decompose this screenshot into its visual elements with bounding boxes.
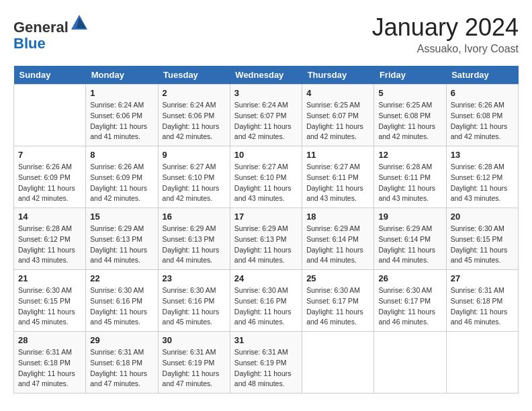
logo-blue-text: Blue	[13, 36, 89, 52]
logo-blue-label: Blue	[13, 35, 46, 52]
calendar-cell: 29Sunrise: 6:31 AMSunset: 6:18 PMDayligh…	[86, 332, 158, 394]
calendar-cell: 4Sunrise: 6:25 AMSunset: 6:07 PMDaylight…	[302, 85, 374, 146]
day-number: 22	[90, 273, 153, 283]
day-number: 15	[90, 212, 153, 222]
calendar-cell: 10Sunrise: 6:27 AMSunset: 6:10 PMDayligh…	[230, 146, 302, 208]
day-detail: Sunrise: 6:31 AMSunset: 6:18 PMDaylight:…	[451, 285, 514, 328]
day-detail: Sunrise: 6:29 AMSunset: 6:13 PMDaylight:…	[234, 224, 298, 266]
day-detail: Sunrise: 6:24 AMSunset: 6:06 PMDaylight:…	[90, 100, 153, 142]
day-number: 10	[234, 150, 298, 160]
calendar-cell	[374, 332, 446, 394]
day-header-sunday: Sunday	[14, 66, 86, 85]
calendar-header-row: SundayMondayTuesdayWednesdayThursdayFrid…	[14, 66, 519, 85]
calendar-cell: 9Sunrise: 6:27 AMSunset: 6:10 PMDaylight…	[158, 146, 230, 208]
day-number: 9	[163, 150, 226, 160]
calendar-cell	[14, 85, 86, 146]
calendar-subtitle: Assuako, Ivory Coast	[372, 43, 519, 55]
day-detail: Sunrise: 6:30 AMSunset: 6:15 PMDaylight:…	[18, 285, 81, 328]
day-header-thursday: Thursday	[302, 66, 374, 85]
calendar-cell: 8Sunrise: 6:26 AMSunset: 6:09 PMDaylight…	[86, 146, 158, 208]
calendar-cell: 24Sunrise: 6:30 AMSunset: 6:16 PMDayligh…	[230, 270, 302, 332]
calendar-table: SundayMondayTuesdayWednesdayThursdayFrid…	[13, 66, 519, 394]
day-detail: Sunrise: 6:30 AMSunset: 6:16 PMDaylight:…	[90, 285, 153, 328]
day-header-friday: Friday	[374, 66, 446, 85]
calendar-week-5: 28Sunrise: 6:31 AMSunset: 6:18 PMDayligh…	[14, 332, 519, 394]
calendar-title: January 2024	[372, 13, 519, 42]
logo-text: General	[13, 13, 89, 36]
calendar-cell: 11Sunrise: 6:27 AMSunset: 6:11 PMDayligh…	[302, 146, 374, 208]
day-number: 19	[378, 212, 441, 222]
day-number: 13	[451, 150, 514, 160]
day-detail: Sunrise: 6:27 AMSunset: 6:10 PMDaylight:…	[163, 162, 226, 204]
calendar-cell	[446, 332, 518, 394]
logo-icon	[70, 13, 89, 32]
title-block: January 2024 Assuako, Ivory Coast	[372, 13, 519, 55]
calendar-cell: 2Sunrise: 6:24 AMSunset: 6:06 PMDaylight…	[158, 85, 230, 146]
calendar-cell: 15Sunrise: 6:29 AMSunset: 6:13 PMDayligh…	[86, 208, 158, 270]
calendar-cell: 13Sunrise: 6:28 AMSunset: 6:12 PMDayligh…	[446, 146, 518, 208]
day-number: 24	[234, 273, 298, 283]
calendar-week-1: 1Sunrise: 6:24 AMSunset: 6:06 PMDaylight…	[14, 85, 519, 146]
day-detail: Sunrise: 6:25 AMSunset: 6:07 PMDaylight:…	[306, 100, 369, 142]
calendar-body: 1Sunrise: 6:24 AMSunset: 6:06 PMDaylight…	[14, 85, 519, 394]
day-number: 16	[163, 212, 226, 222]
day-detail: Sunrise: 6:30 AMSunset: 6:16 PMDaylight:…	[163, 285, 226, 328]
day-number: 1	[90, 88, 153, 98]
day-detail: Sunrise: 6:28 AMSunset: 6:12 PMDaylight:…	[18, 224, 81, 266]
day-detail: Sunrise: 6:25 AMSunset: 6:08 PMDaylight:…	[378, 100, 441, 142]
calendar-cell: 22Sunrise: 6:30 AMSunset: 6:16 PMDayligh…	[86, 270, 158, 332]
calendar-cell: 12Sunrise: 6:28 AMSunset: 6:11 PMDayligh…	[374, 146, 446, 208]
day-number: 11	[306, 150, 369, 160]
calendar-cell: 16Sunrise: 6:29 AMSunset: 6:13 PMDayligh…	[158, 208, 230, 270]
day-number: 17	[234, 212, 298, 222]
day-detail: Sunrise: 6:31 AMSunset: 6:18 PMDaylight:…	[18, 347, 81, 390]
calendar-cell: 3Sunrise: 6:24 AMSunset: 6:07 PMDaylight…	[230, 85, 302, 146]
calendar-cell: 17Sunrise: 6:29 AMSunset: 6:13 PMDayligh…	[230, 208, 302, 270]
day-number: 29	[90, 335, 153, 345]
day-number: 30	[163, 335, 226, 345]
day-detail: Sunrise: 6:29 AMSunset: 6:14 PMDaylight:…	[306, 224, 369, 266]
day-header-tuesday: Tuesday	[158, 66, 230, 85]
day-number: 2	[163, 88, 226, 98]
day-number: 3	[234, 88, 298, 98]
day-detail: Sunrise: 6:24 AMSunset: 6:06 PMDaylight:…	[163, 100, 226, 142]
day-header-monday: Monday	[86, 66, 158, 85]
day-detail: Sunrise: 6:26 AMSunset: 6:09 PMDaylight:…	[18, 162, 81, 204]
calendar-cell: 6Sunrise: 6:26 AMSunset: 6:08 PMDaylight…	[446, 85, 518, 146]
calendar-cell: 5Sunrise: 6:25 AMSunset: 6:08 PMDaylight…	[374, 85, 446, 146]
day-number: 20	[451, 212, 514, 222]
day-header-saturday: Saturday	[446, 66, 518, 85]
day-detail: Sunrise: 6:27 AMSunset: 6:11 PMDaylight:…	[306, 162, 369, 204]
calendar-week-3: 14Sunrise: 6:28 AMSunset: 6:12 PMDayligh…	[14, 208, 519, 270]
calendar-cell: 23Sunrise: 6:30 AMSunset: 6:16 PMDayligh…	[158, 270, 230, 332]
day-number: 18	[306, 212, 369, 222]
day-detail: Sunrise: 6:28 AMSunset: 6:11 PMDaylight:…	[378, 162, 441, 204]
day-detail: Sunrise: 6:30 AMSunset: 6:17 PMDaylight:…	[378, 285, 441, 328]
day-number: 28	[18, 335, 81, 345]
day-number: 23	[163, 273, 226, 283]
calendar-cell: 26Sunrise: 6:30 AMSunset: 6:17 PMDayligh…	[374, 270, 446, 332]
day-detail: Sunrise: 6:29 AMSunset: 6:14 PMDaylight:…	[378, 224, 441, 266]
calendar-cell: 20Sunrise: 6:30 AMSunset: 6:15 PMDayligh…	[446, 208, 518, 270]
day-number: 5	[378, 88, 441, 98]
calendar-cell: 18Sunrise: 6:29 AMSunset: 6:14 PMDayligh…	[302, 208, 374, 270]
day-detail: Sunrise: 6:26 AMSunset: 6:09 PMDaylight:…	[90, 162, 153, 204]
day-number: 7	[18, 150, 81, 160]
day-detail: Sunrise: 6:31 AMSunset: 6:18 PMDaylight:…	[90, 347, 153, 390]
day-detail: Sunrise: 6:30 AMSunset: 6:15 PMDaylight:…	[451, 224, 514, 266]
day-detail: Sunrise: 6:24 AMSunset: 6:07 PMDaylight:…	[234, 100, 298, 142]
day-number: 21	[18, 273, 81, 283]
calendar-cell: 27Sunrise: 6:31 AMSunset: 6:18 PMDayligh…	[446, 270, 518, 332]
calendar-cell: 25Sunrise: 6:30 AMSunset: 6:17 PMDayligh…	[302, 270, 374, 332]
day-detail: Sunrise: 6:27 AMSunset: 6:10 PMDaylight:…	[234, 162, 298, 204]
calendar-week-4: 21Sunrise: 6:30 AMSunset: 6:15 PMDayligh…	[14, 270, 519, 332]
day-detail: Sunrise: 6:31 AMSunset: 6:19 PMDaylight:…	[234, 347, 298, 390]
calendar-cell	[302, 332, 374, 394]
day-number: 14	[18, 212, 81, 222]
day-detail: Sunrise: 6:26 AMSunset: 6:08 PMDaylight:…	[451, 100, 514, 142]
day-number: 6	[451, 88, 514, 98]
day-detail: Sunrise: 6:31 AMSunset: 6:19 PMDaylight:…	[163, 347, 226, 390]
day-number: 26	[378, 273, 441, 283]
day-detail: Sunrise: 6:30 AMSunset: 6:17 PMDaylight:…	[306, 285, 369, 328]
day-number: 27	[451, 273, 514, 283]
